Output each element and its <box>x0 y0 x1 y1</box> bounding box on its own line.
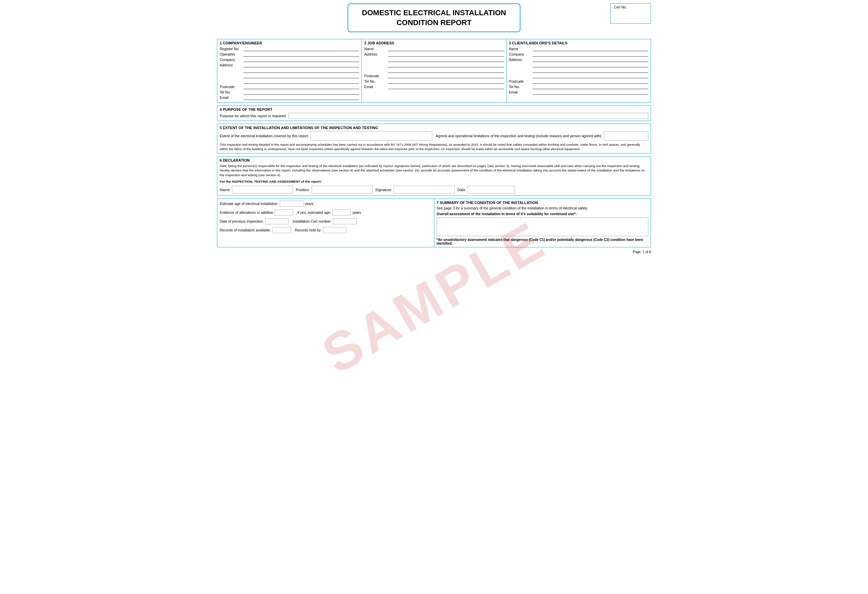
field-job-name: Name <box>364 46 503 51</box>
field-tel: Tel No. <box>220 90 359 94</box>
section7-footnote: *An unsatisfactory assessment indicates … <box>437 238 649 245</box>
client-address3-input[interactable] <box>533 68 648 73</box>
decl-name-input[interactable] <box>232 186 293 194</box>
job-name-input[interactable] <box>388 46 503 51</box>
extent-label2: Agreed and operational limitations of th… <box>436 134 602 138</box>
decl-signature-label: Signature: <box>375 188 392 192</box>
section6-declaration: 6 DECLARATION I/We, being the person(s) … <box>217 156 651 196</box>
section6-header: 6 DECLARATION <box>220 158 648 162</box>
address4-input[interactable] <box>244 79 359 84</box>
address3-input[interactable] <box>244 74 359 78</box>
bottom-left: Estimate age of electrical installation:… <box>217 199 434 247</box>
extent-input2[interactable] <box>604 131 648 141</box>
job-address3-input[interactable] <box>388 63 503 68</box>
decl-signature-input[interactable] <box>394 186 455 194</box>
job-postcode-input[interactable] <box>388 74 503 78</box>
decl-date-input[interactable] <box>468 186 515 194</box>
field-job-tel: Tel No. <box>364 79 503 84</box>
cert-label: Cert No: <box>614 6 647 9</box>
top-three-columns: 1 COMPANY/ENGINEER Register No. Operativ… <box>217 39 651 103</box>
records-held-label: Records held by: <box>295 228 322 232</box>
prev-inspection-label: Date of previous inspection: <box>220 219 264 223</box>
field-job-address: Address <box>364 52 503 57</box>
job-address1-input[interactable] <box>388 52 503 57</box>
field-client-address2 <box>509 63 648 68</box>
address1-input[interactable] <box>244 63 359 68</box>
job-address4-input[interactable] <box>388 68 503 73</box>
field-client-company: Company <box>509 52 648 57</box>
decl-date-field: Date: <box>458 186 515 194</box>
decl-position-input[interactable] <box>311 186 373 194</box>
evidence-input[interactable] <box>275 209 293 215</box>
overall-assessment-input[interactable] <box>437 218 649 236</box>
address2-input[interactable] <box>244 68 359 73</box>
evidence-label: Evidence of alterations or addition <box>220 211 273 215</box>
records-row: Records of installation available: Recor… <box>220 227 432 233</box>
tel-input[interactable] <box>244 90 359 94</box>
field-address2 <box>220 68 359 73</box>
section4-purpose: 4 PURPOSE OF THE REPORT Purpose for whic… <box>217 105 651 121</box>
section2-job-address: 2 JOB ADDRESS Name Address <box>362 39 506 102</box>
field-job-address3 <box>364 63 503 68</box>
section5-header: 5 EXTENT OF THE INSTALLATION AND LIMITAT… <box>220 126 648 130</box>
extent-fields-row: Extent of the electrical installation co… <box>220 131 648 141</box>
client-email-input[interactable] <box>533 90 648 94</box>
records-held-input[interactable] <box>323 227 347 233</box>
client-postcode-input[interactable] <box>533 79 648 84</box>
overall-label: Overall assessment of the installation i… <box>437 212 649 216</box>
client-company-input[interactable] <box>533 52 648 57</box>
email-input[interactable] <box>244 95 359 100</box>
decl-date-label: Date: <box>458 188 466 192</box>
client-address2-input[interactable] <box>533 63 648 68</box>
est-age-unit: years <box>305 202 314 206</box>
field-postcode: Postcode <box>220 84 359 89</box>
postcode-input[interactable] <box>244 84 359 89</box>
purpose-label: Purpose for which this report is require… <box>220 114 286 118</box>
prev-inspection-input[interactable] <box>265 218 289 224</box>
purpose-row: Purpose for which this report is require… <box>220 113 648 119</box>
page-title: DOMESTIC ELECTRICAL INSTALLATION CONDITI… <box>362 8 506 28</box>
field-job-address2 <box>364 57 503 62</box>
field-address3 <box>220 74 359 78</box>
job-tel-input[interactable] <box>388 79 503 84</box>
job-email-input[interactable] <box>388 84 503 89</box>
field-client-postcode: Postcode <box>509 79 648 84</box>
extent-left: Extent of the electrical installation co… <box>220 131 432 141</box>
inst-cert-input[interactable] <box>333 218 357 224</box>
records-input[interactable] <box>272 227 291 233</box>
register-input[interactable] <box>244 46 359 51</box>
if-yes-input[interactable] <box>332 209 351 215</box>
section5-extent: 5 EXTENT OF THE INSTALLATION AND LIMITAT… <box>217 124 651 153</box>
section7-intro: See page 3 for a summary of the general … <box>437 206 649 210</box>
extent-label1: Extent of the electrical installation co… <box>220 134 309 138</box>
field-client-address: Address <box>509 57 648 62</box>
section4-header: 4 PURPOSE OF THE REPORT <box>220 108 648 112</box>
purpose-input[interactable] <box>289 113 648 119</box>
est-age-label: Estimate age of electrical installation: <box>220 202 278 206</box>
extent-input1[interactable] <box>311 131 432 141</box>
field-job-address4 <box>364 68 503 73</box>
client-name-input[interactable] <box>533 46 648 51</box>
prev-inspection-row: Date of previous inspection: Installatio… <box>220 218 432 224</box>
est-age-row: Estimate age of electrical installation:… <box>220 200 432 207</box>
page-header: DOMESTIC ELECTRICAL INSTALLATION CONDITI… <box>217 3 651 32</box>
client-address1-input[interactable] <box>533 57 648 62</box>
client-tel-input[interactable] <box>533 84 648 89</box>
decl-position-field: Position: <box>296 186 372 194</box>
field-client-tel: Tel No. <box>509 84 648 89</box>
bottom-section: Estimate age of electrical installation:… <box>217 199 651 248</box>
field-address: Address <box>220 63 359 68</box>
client-address4-input[interactable] <box>533 74 648 78</box>
section3-header: 3 CLIENT/LANDLORD'S DETAILS <box>509 41 648 45</box>
decl-name-label: Name: <box>220 188 230 192</box>
company-input[interactable] <box>244 57 359 62</box>
job-address2-input[interactable] <box>388 57 503 62</box>
section1-company: 1 COMPANY/ENGINEER Register No. Operativ… <box>217 39 362 102</box>
evidence-row: Evidence of alterations or addition if y… <box>220 209 432 215</box>
field-address4 <box>220 79 359 84</box>
inst-cert-label: Installation Cert number: <box>293 219 332 223</box>
field-register: Register No. <box>220 46 359 51</box>
operative-input[interactable] <box>244 52 359 57</box>
field-job-postcode: Postcode <box>364 74 503 78</box>
est-age-input[interactable] <box>280 200 303 207</box>
